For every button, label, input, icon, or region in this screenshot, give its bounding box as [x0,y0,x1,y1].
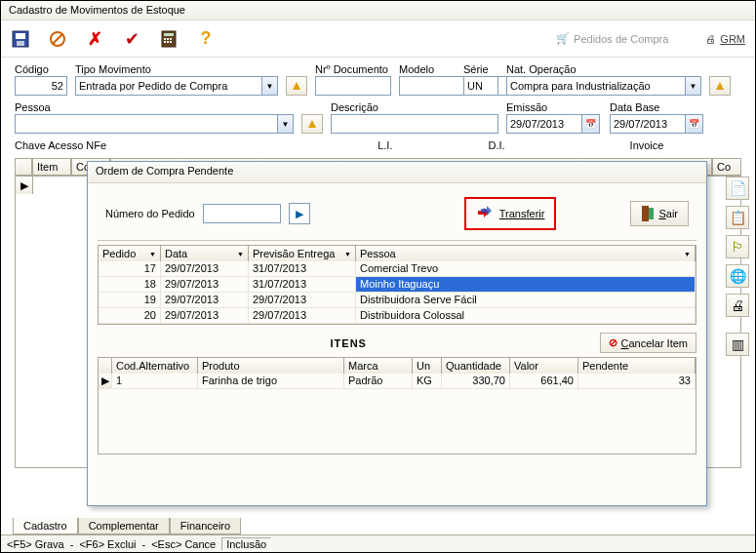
cancelar-item-button[interactable]: ⊘ Cancelar Item Cancelar Item [600,333,696,353]
cell-data: 29/07/2013 [161,261,249,277]
side-globe-icon[interactable]: 🌐 [726,264,749,288]
status-cance: <Esc> Cance [151,538,216,550]
orders-row[interactable]: 1929/07/201329/07/2013Distribuidora Serv… [99,293,696,308]
save-icon[interactable] [11,29,30,49]
cell-qtd: 330,70 [442,374,510,389]
items-col-codalt[interactable]: Cod.Alternativo [112,358,198,374]
serie-label: Série [463,63,498,75]
tipo-mov-input[interactable] [75,76,261,96]
svg-rect-1 [16,33,25,39]
cancel-icon[interactable] [48,29,67,49]
natop-dd-icon[interactable]: ▼ [685,76,701,96]
cell-data: 29/07/2013 [161,277,249,293]
pessoa-dd-icon[interactable]: ▼ [277,114,294,134]
emissao-input[interactable] [506,114,582,134]
side-barcode-icon[interactable]: ▥ [726,333,749,356]
svg-rect-14 [649,208,654,219]
pedidos-compra-button[interactable]: 🛒 Pedidos de Compra [556,32,668,45]
svg-line-4 [53,34,62,44]
col-co[interactable]: Co [712,158,741,176]
orders-row[interactable]: 1729/07/201331/07/2013Comercial Trevo [99,261,696,277]
emissao-cal-icon[interactable]: 📅 [582,114,600,134]
orders-col-data[interactable]: Data▼ [161,246,249,261]
chevron-down-icon[interactable]: ▼ [684,251,691,257]
main-toolbar: ✗ ✔ ? 🛒 Pedidos de Compra 🖨 GRM [1,20,755,58]
door-icon [641,205,655,222]
svg-rect-12 [170,41,172,43]
natop-input[interactable] [506,76,685,96]
chevron-down-icon[interactable]: ▼ [344,251,351,257]
play-button[interactable]: ▶ [289,203,310,224]
natop-lookup-button[interactable] [709,76,731,96]
items-col-pendente[interactable]: Pendente [578,358,696,374]
ordem-compra-modal: Ordem de Compra Pendente Número do Pedid… [87,161,707,506]
invoice-label: Invoice [630,139,664,151]
nrdoc-label: Nrº Documento [315,63,391,75]
help-icon[interactable]: ? [196,29,216,49]
svg-rect-6 [164,33,174,36]
svg-rect-2 [17,41,24,46]
items-col-qtd[interactable]: Quantidade [442,358,510,374]
pessoa-input[interactable] [15,114,277,134]
row-indicator: ▶ [99,374,112,389]
tipo-mov-label: Tipo Movimento [75,63,278,75]
items-col-valor[interactable]: Valor [510,358,578,374]
descricao-label: Descrição [331,101,498,113]
svg-rect-11 [167,41,169,43]
orders-col-pessoa[interactable]: Pessoa▼ [356,246,696,261]
orders-row[interactable]: 1829/07/201331/07/2013Moinho Itaguaçu [99,277,696,293]
database-label: Data Base [610,101,705,113]
pessoa-lookup-button[interactable] [301,114,323,134]
side-print-icon[interactable]: 🖨 [726,294,749,317]
calculator-icon[interactable] [159,29,179,49]
database-input[interactable] [610,114,686,134]
row-indicator: ▶ [16,177,33,194]
serie-input[interactable] [463,76,498,96]
svg-rect-8 [167,38,169,40]
cell-pessoa: Distribuidora Serve Fácil [356,293,696,308]
chevron-down-icon[interactable]: ▼ [237,251,244,257]
tipo-mov-dd-icon[interactable]: ▼ [261,76,278,96]
database-cal-icon[interactable]: 📅 [686,114,703,134]
transferir-button[interactable]: Transferir [464,197,557,230]
svg-rect-7 [164,38,166,40]
side-flag-icon[interactable]: 🏳 [726,235,749,258]
items-col-un[interactable]: Un [413,358,442,374]
items-col-marca[interactable]: Marca [344,358,413,374]
check-icon[interactable]: ✔ [122,29,141,49]
cell-previsao: 31/07/2013 [249,277,356,293]
status-bar: <F5> Grava - <F6> Exclui - <Esc> Cance I… [1,534,755,552]
sair-button[interactable]: SSairair [630,201,689,226]
pessoa-label: Pessoa [15,101,294,113]
tab-bar: Cadastro Complementar Financeiro [13,518,241,534]
tab-complementar[interactable]: Complementar [78,518,170,534]
cell-data: 29/07/2013 [161,293,249,308]
cell-valor: 661,40 [510,374,578,389]
orders-row[interactable]: 2029/07/201329/07/2013Distribuidora Colo… [99,308,696,324]
orders-col-previsao[interactable]: Previsão Entrega▼ [249,246,356,261]
numero-pedido-label: Número do Pedido [105,208,195,219]
status-inclusao: Inclusão [221,537,271,551]
items-row[interactable]: ▶1Farinha de trigoPadrãoKG330,70661,4033 [99,374,696,389]
codigo-input[interactable] [15,76,67,96]
emissao-label: Emissão [506,101,602,113]
nrdoc-input[interactable] [315,76,391,96]
chevron-down-icon[interactable]: ▼ [149,251,156,257]
side-doc-icon[interactable]: 📄 [726,177,749,200]
numero-pedido-input[interactable] [203,204,281,223]
delete-x-icon[interactable]: ✗ [85,29,104,49]
grm-button[interactable]: 🖨 GRM [705,33,745,45]
natop-label: Nat. Operação [506,63,701,75]
tipo-mov-lookup-button[interactable] [286,76,307,96]
cell-codalt: 1 [112,374,198,389]
descricao-input[interactable] [331,114,498,134]
status-grava: <F5> Grava [7,538,64,550]
side-copy-icon[interactable]: 📋 [726,206,749,229]
items-col-produto[interactable]: Produto [198,358,344,374]
tab-financeiro[interactable]: Financeiro [170,518,241,534]
cell-pedido: 18 [99,277,161,293]
orders-col-pedido[interactable]: Pedido▼ [99,246,161,261]
tab-cadastro[interactable]: Cadastro [13,518,78,534]
items-grid: Cod.Alternativo Produto Marca Un Quantid… [98,357,696,454]
col-item[interactable]: Item [32,158,71,176]
